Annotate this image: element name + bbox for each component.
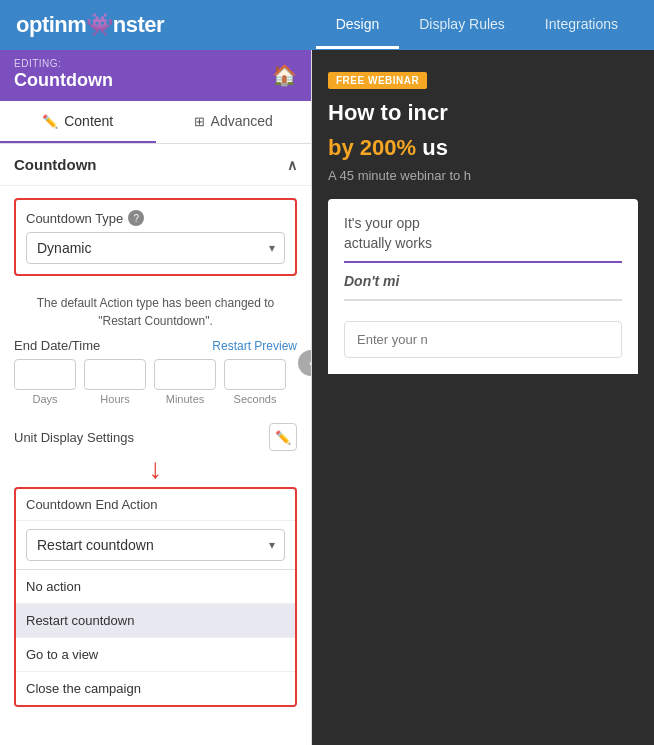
help-icon[interactable]: ? xyxy=(128,210,144,226)
webinar-badge: FREE WEBINAR xyxy=(328,72,427,89)
hours-input-group: ▲ ▼ Hours xyxy=(84,359,146,405)
countdown-end-action-box: Countdown End Action Restart countdown N… xyxy=(14,487,297,707)
seconds-spinner[interactable]: ▲ ▼ xyxy=(224,359,286,390)
unit-display-edit-button[interactable]: ✏️ xyxy=(269,423,297,451)
preview-body-text-2: actually works xyxy=(344,235,622,251)
preview-title-suffix: us xyxy=(422,135,448,160)
nav-tabs: Design Display Rules Integrations xyxy=(316,2,638,49)
option-go-to-view[interactable]: Go to a view xyxy=(16,637,295,671)
red-arrow-container: ↓ xyxy=(14,455,297,483)
grid-icon: ⊞ xyxy=(194,114,205,129)
section-header-countdown: Countdown ∧ xyxy=(0,144,311,186)
hours-label: Hours xyxy=(100,393,129,405)
restart-preview-link[interactable]: Restart Preview xyxy=(212,339,297,353)
preview-title: How to incr xyxy=(328,99,638,128)
end-date-label: End Date/Time xyxy=(14,338,100,353)
tab-advanced-label: Advanced xyxy=(211,113,273,129)
sidebar: EDITING: Countdown 🏠 ✏️ Content ⊞ Advanc… xyxy=(0,50,312,745)
editing-title: Countdown xyxy=(14,70,113,91)
editing-label: EDITING: xyxy=(14,58,113,70)
logo-text-end: nster xyxy=(113,12,164,37)
days-input-group: ▲ ▼ Days xyxy=(14,359,76,405)
end-action-header: Countdown End Action xyxy=(16,489,295,521)
unit-display-label: Unit Display Settings xyxy=(14,430,134,445)
dropdown-options: No action Restart countdown Go to a view… xyxy=(16,570,295,705)
countdown-type-label: Countdown Type ? xyxy=(26,210,285,226)
preview-title-highlight-row: by 200% us xyxy=(328,134,638,163)
tab-content[interactable]: ✏️ Content xyxy=(0,101,156,143)
end-action-select-wrap: Restart countdown No action Go to a view… xyxy=(16,521,295,570)
top-navigation: optinm👾nster Design Display Rules Integr… xyxy=(0,0,654,50)
countdown-type-box: Countdown Type ? Dynamic Static ▾ xyxy=(14,198,297,276)
logo: optinm👾nster xyxy=(16,12,164,38)
preview-title-start: How to incr xyxy=(328,100,448,125)
preview-content: FREE WEBINAR How to incr by 200% us A 45… xyxy=(312,50,654,394)
seconds-value[interactable] xyxy=(225,362,286,388)
hours-spinner[interactable]: ▲ ▼ xyxy=(84,359,146,390)
minutes-input-group: ▲ ▼ Minutes xyxy=(154,359,216,405)
time-inputs: ▲ ▼ Days ▲ ▼ Hours xyxy=(14,359,297,405)
end-date-row: End Date/Time Restart Preview xyxy=(14,338,297,353)
seconds-input-group: ▲ ▼ Seconds xyxy=(224,359,286,405)
option-no-action[interactable]: No action xyxy=(16,570,295,603)
pencil-icon: ✏️ xyxy=(42,114,58,129)
sub-tabs: ✏️ Content ⊞ Advanced xyxy=(0,101,311,144)
countdown-type-select-wrapper: Dynamic Static ▾ xyxy=(26,232,285,264)
hours-value[interactable] xyxy=(85,362,146,388)
info-text: The default Action type has been changed… xyxy=(14,286,297,338)
days-spinner[interactable]: ▲ ▼ xyxy=(14,359,76,390)
minutes-value[interactable] xyxy=(155,362,216,388)
editing-info: EDITING: Countdown xyxy=(14,58,113,91)
logo-text: optinm xyxy=(16,12,86,37)
days-label: Days xyxy=(32,393,57,405)
tab-design[interactable]: Design xyxy=(316,2,400,49)
tab-integrations[interactable]: Integrations xyxy=(525,2,638,49)
end-action-select[interactable]: Restart countdown No action Go to a view… xyxy=(26,529,285,561)
preview-panel: FREE WEBINAR How to incr by 200% us A 45… xyxy=(312,50,654,745)
option-restart-countdown[interactable]: Restart countdown xyxy=(16,603,295,637)
tab-display-rules[interactable]: Display Rules xyxy=(399,2,525,49)
preview-title-highlight: by 200% xyxy=(328,135,416,160)
down-arrow-icon: ↓ xyxy=(149,455,163,483)
sidebar-header: EDITING: Countdown 🏠 xyxy=(0,50,311,101)
section-title: Countdown xyxy=(14,156,96,173)
minutes-label: Minutes xyxy=(166,393,205,405)
home-icon[interactable]: 🏠 xyxy=(272,63,297,87)
days-value[interactable] xyxy=(15,362,76,388)
preview-italic-text: Don't mi xyxy=(344,273,622,289)
section-content: Countdown Type ? Dynamic Static ▾ The de… xyxy=(0,186,311,723)
preview-divider-2 xyxy=(344,299,622,301)
tab-advanced[interactable]: ⊞ Advanced xyxy=(156,101,312,143)
main-layout: EDITING: Countdown 🏠 ✏️ Content ⊞ Advanc… xyxy=(0,50,654,745)
end-action-select-wrapper: Restart countdown No action Go to a view… xyxy=(26,529,285,561)
countdown-type-select[interactable]: Dynamic Static xyxy=(26,232,285,264)
logo-monster-icon: 👾 xyxy=(86,12,113,37)
option-close-campaign[interactable]: Close the campaign xyxy=(16,671,295,705)
seconds-label: Seconds xyxy=(234,393,277,405)
chevron-up-icon[interactable]: ∧ xyxy=(287,157,297,173)
preview-white-section: It's your opp actually works Don't mi xyxy=(328,199,638,374)
preview-email-input[interactable] xyxy=(344,321,622,358)
preview-divider xyxy=(344,261,622,263)
tab-content-label: Content xyxy=(64,113,113,129)
minutes-spinner[interactable]: ▲ ▼ xyxy=(154,359,216,390)
preview-body-text: It's your opp xyxy=(344,215,622,231)
preview-subtitle: A 45 minute webinar to h xyxy=(328,168,638,183)
